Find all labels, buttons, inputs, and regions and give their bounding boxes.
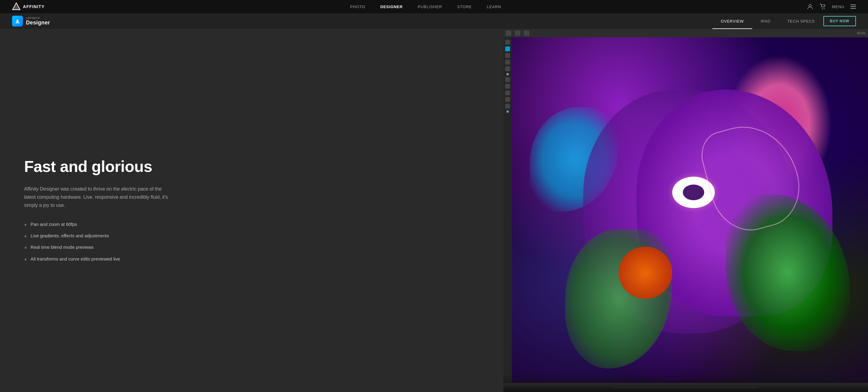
- designer-product-icon: [12, 16, 23, 27]
- feature-plus-icon: +: [24, 233, 27, 240]
- list-item: + Live gradients, effects and adjustment…: [24, 233, 479, 240]
- app-body: [503, 37, 868, 386]
- brand-text-group: AFFINITY Designer: [26, 17, 50, 26]
- affinity-logo-group[interactable]: AFFINITY: [12, 2, 44, 11]
- artwork-orange-circle: [619, 247, 672, 299]
- sidebar-tool-active: [505, 46, 510, 51]
- sub-nav-tabs: OVERVIEW IPAD TECH SPECS BUY NOW: [712, 13, 856, 29]
- nav-link-photo[interactable]: PHOTO: [350, 4, 365, 9]
- hero-title: Fast and glorious: [24, 158, 479, 175]
- sidebar-tool: [505, 53, 510, 58]
- list-item: + Real time blend mode previews: [24, 244, 479, 251]
- tab-ipad[interactable]: IPAD: [752, 13, 779, 29]
- list-item: + All transforms and curve edits preview…: [24, 256, 479, 263]
- feature-plus-icon: +: [24, 222, 27, 228]
- cart-icon[interactable]: [819, 3, 826, 10]
- brand-group[interactable]: AFFINITY Designer: [12, 16, 50, 27]
- main-content: Fast and glorious Affinity Designer was …: [0, 29, 868, 392]
- sidebar-dot-tool: [506, 73, 509, 75]
- top-nav-links: PHOTO DESIGNER PUBLISHER STORE LEARN: [350, 4, 501, 9]
- feature-text: Pan and zoom at 60fps: [30, 222, 77, 227]
- sidebar-tool: [505, 104, 510, 108]
- sidebar-tool: [505, 84, 510, 89]
- nav-link-publisher[interactable]: PUBLISHER: [418, 4, 442, 9]
- toolbar-zoom-text: 68.8%: [857, 32, 866, 35]
- svg-point-2: [809, 4, 811, 7]
- affinity-wordmark: AFFINITY: [23, 4, 44, 9]
- account-icon[interactable]: [807, 3, 813, 10]
- sidebar-dot-tool: [506, 110, 509, 113]
- tab-overview[interactable]: OVERVIEW: [712, 13, 752, 29]
- nav-link-designer[interactable]: DESIGNER: [380, 4, 403, 9]
- list-item: + Pan and zoom at 60fps: [24, 222, 479, 228]
- feature-plus-icon: +: [24, 256, 27, 263]
- svg-point-4: [824, 8, 825, 9]
- app-sidebar-left: [503, 37, 512, 386]
- app-screenshot: 68.8%: [503, 29, 868, 392]
- toolbar-button: [515, 30, 520, 36]
- feature-plus-icon: +: [24, 244, 27, 251]
- bottom-fade-overlay: [503, 374, 868, 392]
- hero-description: Affinity Designer was created to thrive …: [24, 185, 169, 209]
- toolbar-button: [506, 30, 511, 36]
- right-screenshot-panel: 68.8%: [503, 29, 868, 392]
- nav-link-store[interactable]: STORE: [457, 4, 472, 9]
- toolbar-button: [524, 30, 529, 36]
- app-canvas: [512, 37, 868, 386]
- left-content-panel: Fast and glorious Affinity Designer was …: [0, 29, 503, 392]
- sub-navigation: AFFINITY Designer OVERVIEW IPAD TECH SPE…: [0, 13, 868, 29]
- feature-text: Live gradients, effects and adjustments: [30, 233, 109, 238]
- hamburger-icon[interactable]: [850, 4, 856, 9]
- buy-now-button[interactable]: BUY NOW: [824, 16, 856, 26]
- menu-label[interactable]: MENU: [832, 4, 844, 9]
- top-navigation: AFFINITY PHOTO DESIGNER PUBLISHER STORE …: [0, 0, 868, 13]
- feature-text: All transforms and curve edits previewed…: [30, 256, 120, 261]
- tab-tech-specs[interactable]: TECH SPECS: [779, 13, 824, 29]
- brand-affinity-label: AFFINITY: [26, 17, 50, 20]
- features-list: + Pan and zoom at 60fps + Live gradients…: [24, 222, 479, 263]
- affinity-logo-icon: [12, 2, 21, 11]
- svg-point-3: [822, 8, 823, 9]
- nav-link-learn[interactable]: LEARN: [487, 4, 501, 9]
- sidebar-tool: [505, 97, 510, 102]
- sidebar-tool: [505, 40, 510, 45]
- feature-text: Real time blend mode previews: [30, 244, 93, 250]
- brand-product-name: Designer: [26, 20, 50, 26]
- top-nav-right: MENU: [807, 3, 856, 10]
- sidebar-tool: [505, 66, 510, 71]
- sidebar-tool: [505, 91, 510, 95]
- app-toolbar: 68.8%: [503, 29, 868, 37]
- sidebar-tool: [505, 60, 510, 65]
- sidebar-tool: [505, 77, 510, 82]
